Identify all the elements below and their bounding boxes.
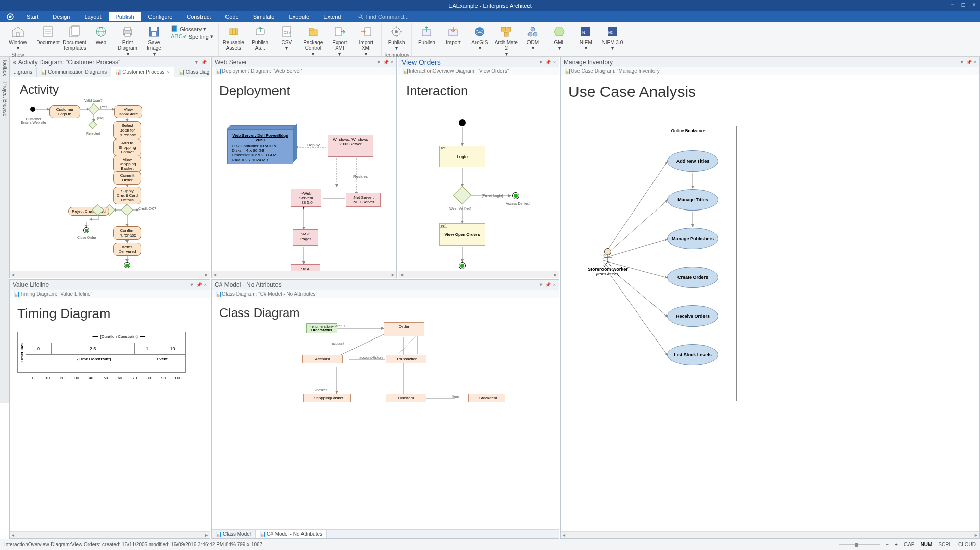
menu-execute[interactable]: Execute xyxy=(282,12,316,21)
diagram-title: Deployment xyxy=(219,83,389,99)
assets-icon xyxy=(226,24,241,39)
dropdown-icon: ▾ xyxy=(505,51,508,57)
pin-icon[interactable]: 📌 xyxy=(383,60,389,65)
scrollbar-h[interactable]: ◄► xyxy=(212,271,396,278)
close-icon[interactable]: × xyxy=(970,1,978,8)
niem-icon: N xyxy=(578,24,593,39)
dropdown-icon[interactable]: ▼ xyxy=(194,60,199,65)
ribbon-doc-templates[interactable]: Document Templates xyxy=(62,23,87,52)
pin-icon[interactable]: 📌 xyxy=(201,60,207,65)
ribbon-tech-publish[interactable]: Publish▾ xyxy=(384,23,409,52)
tab-grams[interactable]: ...grams xyxy=(10,67,37,77)
menu-layout[interactable]: Layout xyxy=(77,12,108,21)
canvas-class[interactable]: Class Diagram «enumeration» OrderStatus xyxy=(212,298,559,529)
find-command[interactable]: Find Command... xyxy=(358,14,408,20)
svg-text:N3: N3 xyxy=(608,31,613,34)
menu-code[interactable]: Code xyxy=(218,12,245,21)
dropdown-icon: ▾ xyxy=(558,45,561,51)
ribbon-web[interactable]: Web xyxy=(88,23,114,46)
arcgis-icon xyxy=(472,24,487,39)
menu-design[interactable]: Design xyxy=(45,12,77,21)
app-logo-icon[interactable] xyxy=(5,13,15,21)
diagram-title: Interaction xyxy=(406,83,551,99)
dropdown-icon[interactable]: ▼ xyxy=(376,60,381,65)
menu-simulate[interactable]: Simulate xyxy=(246,12,282,21)
close-tab-icon[interactable]: × xyxy=(167,70,169,75)
ribbon-document[interactable]: Document xyxy=(35,23,61,46)
uc-manage-publishers: Manage Publishers xyxy=(667,228,718,249)
scrollbar-h[interactable]: ◄► xyxy=(561,531,979,538)
tab-class-diagrams[interactable]: 📊Class diagrams xyxy=(174,67,210,77)
ribbon-niem30[interactable]: N3NIEM 3.0▾ xyxy=(599,23,625,52)
import-icon xyxy=(359,24,374,39)
svg-point-31 xyxy=(395,30,398,33)
ribbon-package-control[interactable]: Package Control▾ xyxy=(300,23,326,58)
dropdown-icon[interactable]: ▼ xyxy=(539,60,543,65)
ribbon-niem[interactable]: NNIEM▾ xyxy=(573,23,598,52)
tab-class-model[interactable]: 📊Class Model xyxy=(212,530,256,538)
canvas-interaction[interactable]: Interaction ref Login [User Verified] xyxy=(398,75,559,271)
maximize-icon[interactable]: □ xyxy=(960,1,967,8)
scrollbar-h[interactable]: ◄► xyxy=(10,271,210,278)
diagram-title: Class Diagram xyxy=(219,306,551,320)
pane-vieworders: View Orders ▼ 📌 × 📊InteractionOverview D… xyxy=(398,57,559,278)
node-reject: Reject Credit Card xyxy=(68,207,109,216)
pin-icon[interactable]: 📌 xyxy=(196,282,202,287)
status-cloud: CLOUD xyxy=(958,542,976,547)
dropdown-icon[interactable]: ▼ xyxy=(960,60,964,65)
minimize-icon[interactable]: − xyxy=(949,1,957,8)
ribbon-csv[interactable]: CSVCSV▾ xyxy=(274,23,299,52)
ribbon-reusable-assets[interactable]: Reusable Assets xyxy=(221,23,246,52)
close-pane-icon[interactable]: × xyxy=(391,60,393,65)
ribbon-export-xmi[interactable]: Export XMI▾ xyxy=(327,23,353,58)
ribbon-publish-as[interactable]: Publish As... xyxy=(247,23,273,52)
ribbon-window[interactable]: Window ▾ xyxy=(5,23,31,52)
ribbon-spelling[interactable]: ABC✔Spelling ▾ xyxy=(171,33,213,40)
ribbon-odm[interactable]: ODM▾ xyxy=(520,23,545,52)
close-pane-icon[interactable]: × xyxy=(974,60,976,65)
close-pane-icon[interactable]: × xyxy=(204,282,207,287)
menu-construct[interactable]: Construct xyxy=(180,12,218,21)
ribbon-save-image[interactable]: Save Image▾ xyxy=(141,23,167,58)
canvas-timing[interactable]: Timing Diagram TimeLine2 ⟵{Duration Cons… xyxy=(10,298,210,531)
ribbon-import-xmi[interactable]: Import XMI▾ xyxy=(354,23,379,58)
ribbon-print-diagram[interactable]: Print Diagram▾ xyxy=(115,23,140,58)
ribbon-archimate[interactable]: ArchiMate 2▾ xyxy=(493,23,519,58)
nav-back-icon[interactable]: « xyxy=(13,59,16,66)
scrollbar-h[interactable]: ◄► xyxy=(10,531,210,538)
dropdown-icon[interactable]: ▼ xyxy=(539,282,543,287)
close-pane-icon[interactable]: × xyxy=(553,282,556,287)
ribbon-gml[interactable]: GML▾ xyxy=(546,23,572,52)
tab-csharp-model[interactable]: 📊C# Model - No Attributes xyxy=(256,530,327,538)
svg-point-34 xyxy=(475,27,484,36)
tab-customer-process[interactable]: 📊Customer Process× xyxy=(111,67,174,77)
close-pane-icon[interactable]: × xyxy=(553,60,556,65)
canvas-activity[interactable]: Activity xyxy=(10,77,210,271)
svg-point-39 xyxy=(528,32,532,36)
dropdown-icon[interactable]: ▼ xyxy=(190,282,194,287)
pin-icon[interactable]: 📌 xyxy=(966,60,972,65)
pin-icon[interactable]: 📌 xyxy=(545,60,551,65)
status-cap: CAP xyxy=(904,542,915,547)
svg-rect-36 xyxy=(507,27,511,31)
menu-extend[interactable]: Extend xyxy=(316,12,348,21)
tab-communication[interactable]: 📊Communication Diagrams xyxy=(37,67,111,77)
pin-icon[interactable]: 📌 xyxy=(545,282,551,287)
menu-configure[interactable]: Configure xyxy=(141,12,180,21)
canvas-usecase[interactable]: Use Case Analysis Online Bookstore xyxy=(561,75,979,531)
siderail-project-browser[interactable]: Project Browser xyxy=(1,82,8,118)
zoom-slider[interactable] xyxy=(839,542,880,547)
cls-account: Account xyxy=(302,355,343,363)
ribbon-technologies-import[interactable]: Import xyxy=(440,23,466,46)
ribbon-arcgis[interactable]: ArcGIS▾ xyxy=(467,23,492,52)
canvas-deployment[interactable]: Deployment Web Server: Dell PowerEdge 26… xyxy=(212,75,396,271)
ribbon-technologies-publish[interactable]: Publish xyxy=(414,23,439,46)
ribbon-glossary[interactable]: 📘Glossary ▾ xyxy=(171,25,213,32)
comp-windows: Windows: Windows 2003 Server xyxy=(328,135,373,157)
scrollbar-h[interactable]: ◄► xyxy=(398,271,559,278)
svg-rect-10 xyxy=(72,26,79,35)
menu-start[interactable]: Start xyxy=(19,12,45,21)
menu-publish[interactable]: Publish xyxy=(109,12,141,21)
svg-rect-35 xyxy=(501,27,506,31)
siderail-toolbox[interactable]: Toolbox xyxy=(1,59,8,76)
